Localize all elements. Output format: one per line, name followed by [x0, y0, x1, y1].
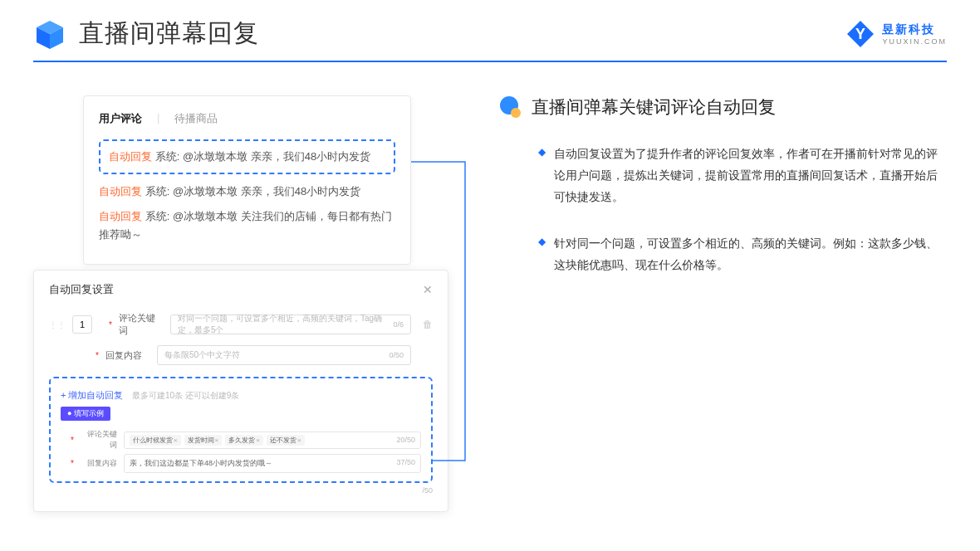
tag: 还不发货× [267, 435, 305, 446]
content-input[interactable]: 每条限50个中文字符 0/50 [157, 345, 411, 365]
content-area: 用户评论 | 待播商品 自动回复 系统: @冰墩墩本墩 亲亲，我们48小时内发货… [0, 62, 980, 334]
diamond-icon: ◆ [538, 236, 546, 276]
page-header: 直播间弹幕回复 Y 昱新科技 YUUXIN.COM [0, 0, 980, 51]
tag: 发货时间× [184, 435, 223, 446]
bullet-item: ◆ 针对同一个问题，可设置多个相近的、高频的关键词。例如：这款多少钱、这块能优惠… [498, 233, 947, 276]
system-prefix: 系统: [155, 150, 180, 163]
comment-text: @冰墩墩本墩 亲亲，我们48小时内发货 [183, 150, 370, 163]
tabs: 用户评论 | 待播商品 [99, 111, 395, 126]
keyword-input[interactable]: 对同一个问题，可设置多个相近，高频的关键词，Tag确定，最多5个 0/6 [170, 315, 411, 334]
ex-content-input[interactable]: 亲，我们这边都是下单48小时内发货的哦～ 37/50 [124, 454, 421, 473]
tag-remove-icon[interactable]: × [215, 436, 219, 444]
counter: 0/50 [389, 351, 404, 359]
add-hint: 最多可建10条 还可以创建9条 [132, 391, 239, 400]
system-prefix: 系统: [145, 210, 170, 222]
placeholder: 对同一个问题，可设置多个相近，高频的关键词，Tag确定，最多5个 [178, 313, 394, 336]
svg-text:Y: Y [855, 26, 865, 42]
outer-counter: /50 [49, 486, 433, 495]
example-keyword-row: * 评论关键词 什么时候发货× 发货时间× 多久发货× 还不发货× 20/50 [61, 429, 421, 451]
cube-icon [33, 17, 66, 51]
highlighted-comment: 自动回复 系统: @冰墩墩本墩 亲亲，我们48小时内发货 [99, 139, 395, 174]
svg-point-6 [511, 108, 521, 118]
settings-header: 自动回复设置 ✕ [49, 282, 433, 297]
ex-keyword-label: 评论关键词 [81, 429, 117, 451]
keyword-row: ⋮⋮ * 评论关键词 对同一个问题，可设置多个相近，高频的关键词，Tag确定，最… [49, 312, 433, 337]
required-mark: * [71, 459, 74, 468]
content-label: 回复内容 [105, 349, 150, 362]
tag-remove-icon[interactable]: × [174, 436, 178, 444]
tag: 什么时候发货× [130, 435, 181, 446]
keyword-label: 评论关键词 [119, 312, 164, 337]
comment-row: 自动回复 系统: @冰墩墩本墩 关注我们的店铺，每日都有热门推荐呦～ [99, 207, 395, 244]
brand-name: 昱新科技 [882, 22, 947, 37]
comment-text: @冰墩墩本墩 亲亲，我们48小时内发货 [173, 185, 360, 197]
tab-user-comments[interactable]: 用户评论 [99, 111, 142, 126]
trash-icon[interactable]: 🗑 [423, 319, 433, 330]
tag-input[interactable]: 什么时候发货× 发货时间× 多久发货× 还不发货× 20/50 [124, 432, 421, 449]
required-mark: * [71, 436, 74, 445]
drag-handle-icon[interactable]: ⋮⋮ [49, 320, 66, 329]
auto-reply-label: 自动回复 [109, 150, 152, 163]
example-content-row: * 回复内容 亲，我们这边都是下单48小时内发货的哦～ 37/50 [61, 454, 421, 473]
settings-title: 自动回复设置 [49, 282, 114, 297]
counter: 0/6 [393, 320, 404, 329]
bullet-text: 针对同一个问题，可设置多个相近的、高频的关键词。例如：这款多少钱、这块能优惠吗、… [554, 233, 947, 276]
header-left: 直播间弹幕回复 [33, 17, 259, 51]
comment-row: 自动回复 系统: @冰墩墩本墩 亲亲，我们48小时内发货 [99, 183, 395, 201]
example-box: + 增加自动回复 最多可建10条 还可以创建9条 ● 填写示例 * 评论关键词 … [49, 377, 433, 483]
ex-content-text: 亲，我们这边都是下单48小时内发货的哦～ [130, 458, 272, 469]
tag: 多久发货× [225, 435, 263, 446]
brand-text: 昱新科技 YUUXIN.COM [882, 22, 947, 46]
bubble-icon [498, 95, 522, 119]
section-title: 直播间弹幕关键词评论自动回复 [532, 95, 776, 119]
section-head: 直播间弹幕关键词评论自动回复 [498, 95, 947, 119]
comments-panel: 用户评论 | 待播商品 自动回复 系统: @冰墩墩本墩 亲亲，我们48小时内发货… [83, 95, 411, 265]
index-input[interactable] [72, 315, 92, 334]
page-title: 直播间弹幕回复 [79, 17, 259, 51]
example-badge: ● 填写示例 [61, 407, 110, 421]
placeholder: 每条限50个中文字符 [164, 349, 240, 361]
diamond-icon: ◆ [538, 146, 546, 208]
brand: Y 昱新科技 YUUXIN.COM [845, 19, 947, 49]
counter: 37/50 [396, 458, 415, 469]
comment-row: 自动回复 系统: @冰墩墩本墩 亲亲，我们48小时内发货 [109, 148, 385, 166]
tab-divider: | [157, 111, 159, 126]
brand-url: YUUXIN.COM [882, 37, 947, 46]
tag-remove-icon[interactable]: × [256, 436, 260, 444]
tab-pending-goods[interactable]: 待播商品 [174, 111, 218, 126]
brand-logo-icon: Y [845, 19, 875, 49]
required-mark: * [96, 351, 99, 360]
right-description: 直播间弹幕关键词评论自动回复 ◆ 自动回复设置为了提升作者的评论回复效率，作者可… [498, 95, 947, 300]
content-row: * 回复内容 每条限50个中文字符 0/50 [49, 345, 433, 365]
add-auto-reply-link[interactable]: + 增加自动回复 [61, 390, 123, 400]
counter: 20/50 [396, 436, 415, 444]
ex-content-label: 回复内容 [81, 458, 117, 469]
left-mockups: 用户评论 | 待播商品 自动回复 系统: @冰墩墩本墩 亲亲，我们48小时内发货… [33, 95, 448, 300]
system-prefix: 系统: [145, 185, 170, 197]
auto-reply-label: 自动回复 [99, 185, 142, 197]
bullet-text: 自动回复设置为了提升作者的评论回复效率，作者可在开播前针对常见的评论用户问题，提… [554, 144, 947, 208]
close-icon[interactable]: ✕ [423, 283, 433, 296]
auto-reply-settings-panel: 自动回复设置 ✕ ⋮⋮ * 评论关键词 对同一个问题，可设置多个相近，高频的关键… [33, 270, 448, 512]
auto-reply-label: 自动回复 [99, 210, 142, 222]
required-mark: * [109, 320, 112, 329]
bullet-item: ◆ 自动回复设置为了提升作者的评论回复效率，作者可在开播前针对常见的评论用户问题… [498, 144, 947, 208]
comment-text: @冰墩墩本墩 关注我们的店铺，每日都有热门推荐呦～ [99, 210, 392, 241]
tag-remove-icon[interactable]: × [297, 436, 301, 444]
